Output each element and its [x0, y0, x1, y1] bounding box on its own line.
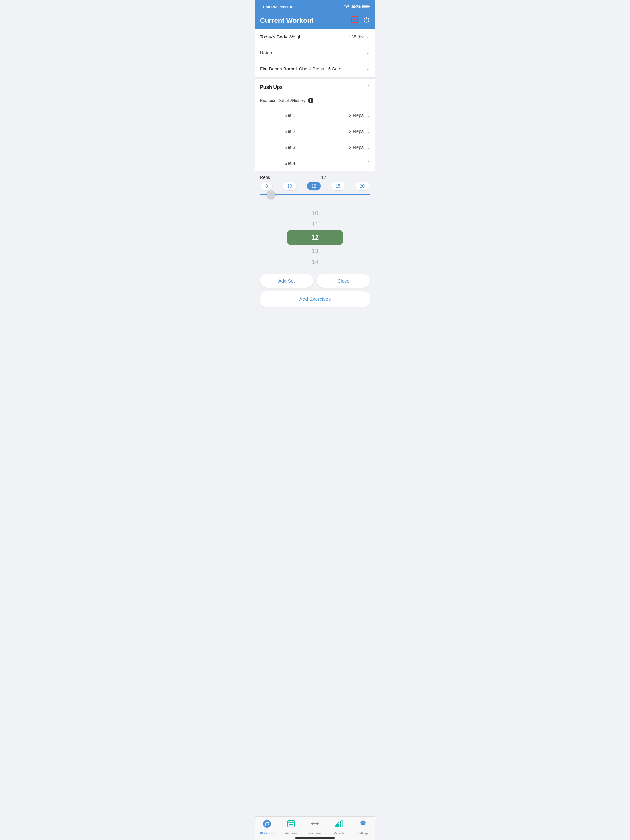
- svg-rect-18: [317, 823, 318, 825]
- svg-rect-9: [289, 820, 290, 821]
- picker-item-10[interactable]: 10: [312, 208, 318, 219]
- page-title: Current Workout: [260, 17, 313, 25]
- quick-btn-15[interactable]: 15: [331, 182, 345, 190]
- svg-point-6: [263, 820, 271, 828]
- quick-btn-20[interactable]: 20: [355, 182, 369, 190]
- flat-bench-row[interactable]: Flat Bench Barbell Chest Press - 5 Sets …: [255, 61, 375, 77]
- reps-value: 12: [321, 175, 326, 180]
- tab-routines[interactable]: Routines: [279, 819, 303, 835]
- set-4-header[interactable]: Set 4 ⌃: [255, 155, 375, 171]
- app-header: Current Workout: [255, 14, 375, 29]
- exercises-tab-label: Exercises: [308, 832, 321, 835]
- svg-rect-20: [335, 825, 337, 827]
- set-1-row[interactable]: Set 1 12 Reps ⌄: [255, 107, 375, 123]
- svg-rect-22: [340, 822, 341, 827]
- push-ups-title: Push Ups: [260, 85, 283, 90]
- flat-bench-chevron: ⌄: [366, 66, 370, 72]
- quick-select-row: 8 10 12 15 20: [260, 182, 370, 190]
- reps-slider-container[interactable]: [255, 194, 375, 205]
- workouts-icon: [263, 819, 272, 831]
- picker-item-13[interactable]: 13: [312, 245, 318, 256]
- reps-section: Reps 12 8 10 12 15 20: [255, 171, 375, 190]
- body-weight-value: 135 lbs: [349, 34, 364, 39]
- push-ups-chevron: ⌃: [366, 84, 370, 90]
- body-weight-row[interactable]: Today's Body Weight 135 lbs ⌄: [255, 29, 375, 45]
- picker-item-11[interactable]: 11: [312, 219, 318, 230]
- exercise-details-label: Exercise Details/History: [260, 98, 306, 103]
- exercise-details-row[interactable]: Exercise Details/History i: [255, 94, 375, 107]
- picker-item-14[interactable]: 14: [312, 256, 318, 267]
- quick-btn-10[interactable]: 10: [283, 182, 296, 190]
- set-1-label: Set 1: [260, 112, 295, 118]
- svg-rect-23: [342, 821, 343, 827]
- reports-icon: [334, 819, 343, 831]
- battery-icon: [362, 5, 370, 9]
- close-x-icon[interactable]: [351, 16, 358, 25]
- exercises-icon: [310, 819, 320, 831]
- quick-btn-12[interactable]: 12: [307, 182, 321, 190]
- svg-point-7: [268, 821, 269, 823]
- status-time: 11:50 PM Mon Jul 1: [260, 5, 298, 9]
- home-indicator: [295, 837, 335, 839]
- tab-settings[interactable]: Settings: [351, 819, 375, 835]
- settings-icon: [358, 819, 367, 831]
- svg-rect-21: [337, 824, 339, 827]
- notes-label: Notes: [260, 50, 272, 55]
- section-divider: [255, 77, 375, 79]
- reps-label: Reps: [260, 175, 270, 180]
- tab-workouts[interactable]: Workouts: [255, 819, 279, 835]
- slider-thumb[interactable]: [267, 191, 275, 199]
- tab-reports[interactable]: Reports: [327, 819, 351, 835]
- main-content: Today's Body Weight 135 lbs ⌄ Notes ⌄ Fl…: [255, 29, 375, 332]
- set-3-row[interactable]: Set 3 12 Reps ⌄: [255, 139, 375, 155]
- flat-bench-label: Flat Bench Barbell Chest Press - 5 Sets: [260, 66, 341, 71]
- picker-item-12[interactable]: 12: [287, 230, 343, 245]
- info-icon[interactable]: i: [308, 98, 313, 103]
- reps-picker[interactable]: 10 11 12 13 14: [255, 205, 375, 267]
- routines-icon: [287, 819, 296, 831]
- set-1-value: 12 Reps: [347, 112, 364, 118]
- routines-tab-label: Routines: [285, 832, 297, 835]
- notes-row[interactable]: Notes ⌄: [255, 45, 375, 61]
- add-exercises-button[interactable]: Add Exercises: [260, 292, 370, 307]
- set-1-chevron: ⌄: [366, 112, 370, 118]
- battery-label: 100%: [351, 5, 361, 9]
- action-buttons: Add Set Close: [255, 270, 375, 292]
- header-actions: [351, 16, 370, 25]
- set-3-chevron: ⌄: [366, 144, 370, 150]
- svg-rect-10: [292, 820, 293, 821]
- svg-rect-19: [313, 823, 317, 824]
- svg-rect-13: [290, 824, 291, 825]
- tab-bar: Workouts Routines Exer: [255, 816, 375, 840]
- settings-tab-label: Settings: [358, 832, 369, 835]
- set-2-value: 12 Reps: [347, 128, 364, 134]
- tab-exercises[interactable]: Exercises: [303, 819, 327, 835]
- svg-rect-17: [312, 823, 313, 825]
- svg-rect-2: [369, 6, 370, 7]
- svg-rect-1: [363, 5, 369, 7]
- body-weight-label: Today's Body Weight: [260, 34, 303, 39]
- workouts-tab-label: Workouts: [260, 832, 274, 835]
- close-button[interactable]: Close: [317, 274, 370, 288]
- quick-btn-8[interactable]: 8: [261, 182, 272, 190]
- push-ups-header[interactable]: Push Ups ⌃: [255, 79, 375, 94]
- set-3-value: 12 Reps: [347, 145, 364, 150]
- add-set-button[interactable]: Add Set: [260, 274, 313, 288]
- set-4-label: Set 4: [260, 161, 295, 166]
- set-3-label: Set 3: [260, 145, 295, 150]
- power-icon[interactable]: [362, 16, 370, 25]
- status-icons: 100%: [344, 5, 370, 9]
- wifi-icon: [344, 5, 349, 9]
- svg-rect-12: [289, 824, 290, 825]
- set-2-chevron: ⌄: [366, 128, 370, 134]
- set-2-row[interactable]: Set 2 12 Reps ⌄: [255, 123, 375, 139]
- body-weight-chevron: ⌄: [366, 34, 370, 39]
- status-bar: 11:50 PM Mon Jul 1 100%: [255, 0, 375, 14]
- notes-chevron: ⌄: [366, 50, 370, 56]
- set-2-label: Set 2: [260, 128, 295, 134]
- set-4-chevron: ⌃: [366, 160, 370, 166]
- svg-rect-14: [292, 824, 293, 825]
- reports-tab-label: Reports: [334, 832, 344, 835]
- slider-track[interactable]: [260, 194, 370, 195]
